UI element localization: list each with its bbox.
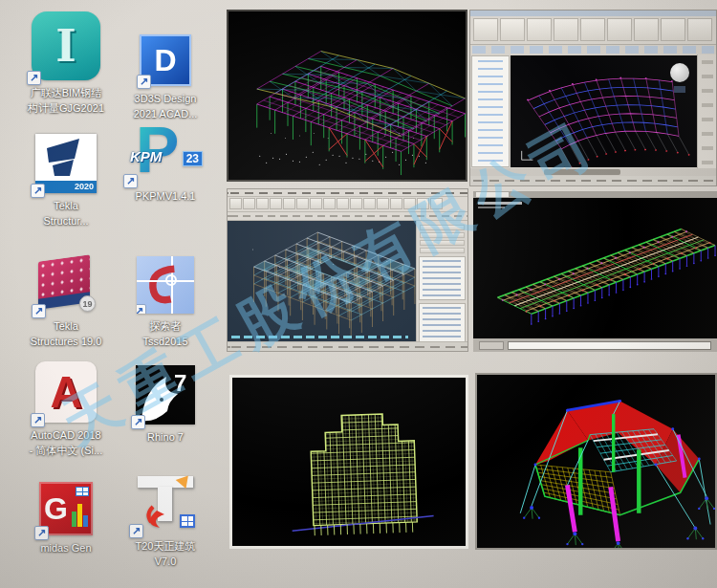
- command-button[interactable]: [479, 341, 504, 350]
- titlebar: [473, 191, 717, 198]
- horizontal-scrollbar[interactable]: [470, 168, 716, 176]
- cad-canvas[interactable]: [228, 221, 416, 341]
- desktop-icon-midas-gen[interactable]: G ↗ midas Gen: [13, 463, 119, 555]
- viewport-highrise-frame[interactable]: [229, 375, 468, 549]
- toolbar-button[interactable]: [403, 198, 416, 209]
- window-frame-model-courtyard[interactable]: [227, 188, 468, 352]
- shortcut-arrow-icon: ↗: [34, 526, 49, 540]
- toolbar-button[interactable]: [296, 198, 309, 209]
- property-rows: [419, 225, 466, 253]
- ribbon-button[interactable]: [661, 18, 685, 41]
- mini-window-icon: [76, 487, 89, 496]
- viewport-warehouse-steel-frame[interactable]: [227, 10, 467, 182]
- icon-label: 探索者Tssd2015: [113, 318, 218, 349]
- icon-label: PKPMV1.4.1: [113, 188, 218, 204]
- toolbar-button[interactable]: [323, 198, 336, 209]
- toolbar-button[interactable]: [377, 198, 389, 209]
- toolbar-row[interactable]: [472, 46, 714, 54]
- desktop-icon-tekla-2020[interactable]: 2020 ↗ TeklaStructur...: [13, 120, 119, 229]
- toolbar-button[interactable]: [243, 198, 255, 209]
- icon-label: 广联达BIM钢结构计量GJG2021: [13, 85, 119, 116]
- ribbon-button[interactable]: [607, 18, 632, 41]
- desktop-icon-rhino[interactable]: 7 ↗ Rhino 7: [113, 352, 218, 445]
- icon-label: midas Gen: [13, 540, 119, 555]
- ribbon-button[interactable]: [500, 18, 525, 41]
- toolbar-button[interactable]: [390, 198, 402, 209]
- shortcut-arrow-icon: ↗: [31, 184, 45, 198]
- member-list[interactable]: [419, 256, 466, 300]
- toolbar-button[interactable]: [430, 198, 443, 209]
- tekla-19-badge: 19: [79, 295, 96, 312]
- t20-icon: ↗: [134, 472, 197, 534]
- desktop-icon-gjg2021[interactable]: I ↗ 广联达BIM钢结构计量GJG2021: [13, 8, 119, 116]
- icon-label: T20天正建筑V7.0: [113, 538, 218, 569]
- toolbar-button[interactable]: [229, 198, 242, 209]
- menu-bar[interactable]: [228, 189, 467, 197]
- viewport-membrane-structure[interactable]: [475, 373, 717, 550]
- right-tool-rail[interactable]: [697, 54, 716, 168]
- desktop-icon-3d3s-design[interactable]: D ↗ 3D3S Design2021 ACAD...: [113, 13, 218, 121]
- desktop-icon-tssd[interactable]: ↗ 探索者Tssd2015: [113, 241, 218, 349]
- toolbar-button[interactable]: [283, 198, 295, 209]
- toolbar-button[interactable]: [337, 198, 349, 209]
- tekla-19-book-icon: 19 ↗: [36, 256, 96, 314]
- ribbon-button[interactable]: [580, 18, 605, 41]
- window-autocad-curved-roof[interactable]: [469, 10, 717, 186]
- ribbon-button[interactable]: [554, 18, 578, 41]
- rhino-icon: 7 ↗: [136, 365, 195, 425]
- pkpm-23-badge: 23: [183, 151, 203, 166]
- toolbar-button[interactable]: [363, 198, 376, 209]
- ribbon-toolbar[interactable]: [470, 16, 716, 45]
- property-row[interactable]: [420, 248, 465, 253]
- toolbar-button[interactable]: [350, 198, 362, 209]
- command-bar[interactable]: [473, 338, 717, 352]
- cad-canvas[interactable]: [473, 198, 717, 338]
- ribbon-button[interactable]: [634, 18, 659, 41]
- grid-box-icon: [180, 514, 195, 528]
- desktop-icon-pkpm[interactable]: P KPM 23 ↗ PKPMV1.4.1: [113, 107, 218, 204]
- desktop-icon-autocad[interactable]: A ↗ AutoCAD 2018- 简体中文 (Si...: [13, 350, 119, 458]
- model-title-text: [478, 202, 522, 205]
- layer-tree-panel[interactable]: [471, 55, 510, 167]
- pkpm-icon: P KPM 23 ↗: [128, 113, 203, 184]
- shortcut-arrow-icon: ↗: [31, 413, 45, 427]
- membrane-wireframe: [477, 375, 715, 548]
- status-bar: [228, 341, 467, 351]
- icon-label: AutoCAD 2018- 简体中文 (Si...: [13, 427, 119, 458]
- scroll-thumb[interactable]: [544, 169, 620, 175]
- ribbon-button[interactable]: [527, 18, 552, 41]
- 3d3s-d-icon: D ↗: [140, 34, 191, 86]
- shortcut-arrow-icon: ↗: [32, 304, 46, 318]
- desktop-screen: I ↗ 广联达BIM钢结构计量GJG2021 D ↗ 3D3S Design20…: [0, 0, 717, 588]
- viewport-space-truss-plate[interactable]: [473, 191, 717, 352]
- ribbon-button[interactable]: [687, 18, 712, 41]
- d-glyph: D: [154, 43, 176, 78]
- property-row[interactable]: [420, 232, 465, 238]
- toolbar-button[interactable]: [417, 198, 429, 209]
- toolbar-row-2[interactable]: [228, 212, 467, 221]
- properties-panel[interactable]: [416, 221, 467, 341]
- desktop-icon-t20[interactable]: ↗ T20天正建筑V7.0: [113, 461, 218, 569]
- cad-canvas[interactable]: [511, 55, 697, 167]
- title-tab: [476, 192, 509, 197]
- desktop-icon-tekla-19[interactable]: 19 ↗ TeklaStructures 19.0: [13, 241, 119, 349]
- toolbar-button[interactable]: [256, 198, 269, 209]
- tssd-icon: ↗: [137, 256, 194, 314]
- shortcut-arrow-icon: ↗: [27, 71, 41, 85]
- toolbar-button[interactable]: [310, 198, 322, 209]
- command-input[interactable]: [508, 341, 711, 350]
- pkpm-word: KPM: [130, 148, 162, 164]
- toolbar-button[interactable]: [270, 198, 282, 209]
- viewcube-icon[interactable]: [670, 63, 689, 82]
- icon-label: TeklaStructur...: [13, 198, 119, 229]
- midas-gen-icon: G ↗: [39, 482, 93, 535]
- shortcut-arrow-icon: ↗: [137, 75, 151, 89]
- command-line[interactable]: [231, 336, 408, 338]
- warehouse-wireframe: [228, 11, 466, 180]
- property-row[interactable]: [420, 225, 465, 230]
- property-row[interactable]: [420, 240, 465, 246]
- tssd-swirl-icon: [139, 258, 192, 312]
- ribbon-button[interactable]: [473, 18, 498, 41]
- toolbar[interactable]: [228, 197, 467, 212]
- svg-text:7: 7: [174, 370, 186, 396]
